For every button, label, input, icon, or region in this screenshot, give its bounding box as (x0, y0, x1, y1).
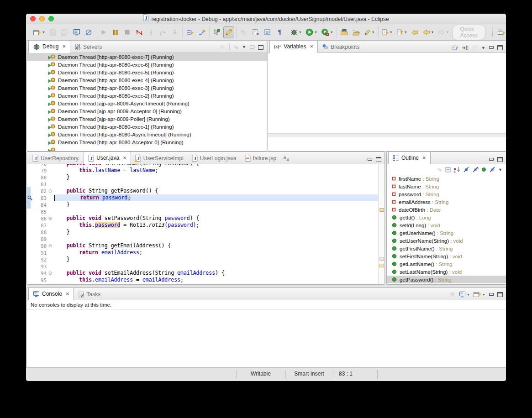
debug-thread-row[interactable]: Daemon Thread [http-apr-8080-exec-7] (Ru… (27, 53, 267, 61)
dropdown-arrow-icon[interactable]: ▼ (446, 31, 449, 34)
minimize-view-button[interactable] (489, 45, 494, 50)
mark-occurrences-button[interactable] (223, 26, 234, 38)
annotation-gutter[interactable] (27, 256, 33, 263)
editor-tab-userserviceimpl[interactable]: JUserServiceImpl (131, 152, 188, 164)
dropdown-arrow-icon[interactable]: ▼ (372, 31, 375, 34)
dropdown-arrow-icon[interactable]: ▼ (42, 31, 45, 34)
outline-item-emailaddress[interactable]: emailAddress : String (387, 198, 506, 206)
annotation-gutter[interactable] (27, 208, 33, 215)
minimize-window-button[interactable] (39, 16, 45, 21)
pin-console-button[interactable] (449, 292, 456, 298)
debug-thread-row[interactable]: Daemon Thread [http-apr-8080-Acceptor-0]… (27, 138, 267, 146)
fold-collapse-icon[interactable]: ⊖ (47, 215, 54, 222)
outline-item-password[interactable]: password : String (387, 190, 506, 198)
dropdown-arrow-icon[interactable]: ▼ (390, 31, 393, 34)
editor-tab-userlogin-java[interactable]: JUserLogin.java (188, 152, 241, 164)
annotation-gutter[interactable] (27, 249, 33, 256)
annotation-gutter[interactable] (27, 229, 33, 235)
editor-tab-failure-jsp[interactable]: failure.jsp (241, 152, 280, 164)
outline-item-getpassword[interactable]: getPassword() : String (387, 276, 506, 283)
debug-extra-button[interactable] (233, 45, 239, 50)
toggle-step-filters-button[interactable] (196, 26, 207, 38)
maximize-view-button[interactable] (497, 157, 503, 162)
annotation-gutter[interactable] (27, 215, 33, 222)
close-icon[interactable]: ✕ (422, 156, 426, 160)
outline-item-getusername[interactable]: getUserName() : String (387, 229, 506, 237)
annotation-gutter[interactable] (27, 167, 33, 174)
hide-fields-button[interactable] (463, 167, 469, 172)
disconnect-button[interactable] (134, 26, 145, 38)
status-bar-handle[interactable] (377, 371, 378, 378)
debug-thread-row[interactable] (27, 146, 267, 151)
debug-thread-row[interactable]: Daemon Thread [ajp-apr-8009-AsyncTimeout… (27, 99, 267, 107)
close-icon[interactable]: ✕ (62, 44, 66, 49)
outline-item-getid[interactable]: getId() : Long (387, 214, 506, 221)
overview-ruler[interactable] (378, 164, 385, 284)
debug-thread-row[interactable]: Daemon Thread [http-apr-8080-exec-1] (Ru… (27, 123, 267, 131)
close-icon[interactable]: ✕ (123, 156, 126, 160)
overview-marker[interactable] (379, 257, 384, 261)
debug-thread-row[interactable]: Daemon Thread [ajp-apr-8009-Poller] (Run… (27, 115, 267, 123)
debug-launch-button[interactable]: ▼ (289, 26, 303, 38)
debug-thread-row[interactable]: Daemon Thread [http-apr-8080-exec-2] (Ru… (27, 92, 267, 99)
editor-tab-userrepository-[interactable]: JUserRepository. (28, 152, 84, 164)
fold-collapse-icon[interactable]: ⊖ (47, 242, 54, 249)
tab-variables[interactable]: (x)= Variables ✕ (269, 40, 318, 53)
outline-item-setidlong[interactable]: setId(Long) : void (387, 221, 506, 229)
green-dot-button[interactable] (481, 167, 486, 172)
outline-item-setfirstnamestring[interactable]: setFirstName(String) : void (387, 252, 506, 260)
outline-item-getfirstname[interactable]: getFirstName() : String (387, 245, 506, 252)
coverage-launch-button[interactable]: ▼ (320, 26, 335, 38)
debug-thread-tree[interactable]: Daemon Thread [http-apr-8080-exec-7] (Ru… (27, 53, 267, 151)
outline-tree[interactable]: firstName : StringlastName : Stringpassw… (387, 175, 506, 284)
annotation-gutter[interactable] (27, 270, 33, 277)
run-launch-button[interactable]: ▼ (304, 26, 319, 38)
variables-detail-splitter[interactable] (268, 133, 506, 136)
variables-tree-area[interactable] (268, 53, 506, 151)
last-edit-location-button[interactable] (410, 26, 421, 38)
collapse-all-button[interactable] (445, 167, 451, 172)
outline-item-setusernamestring[interactable]: setUserName(String) : void (387, 237, 506, 245)
editor-tab-user-java[interactable]: JUser.java✕ (84, 152, 131, 164)
zoom-window-button[interactable] (48, 16, 54, 21)
editor-code-area[interactable]: 78 public void setLastName(String lastNa… (27, 164, 379, 284)
dropdown-arrow-icon[interactable]: ▼ (314, 31, 317, 34)
tab-debug[interactable]: Debug ✕ (28, 40, 70, 53)
back-button[interactable]: ▼ (421, 26, 436, 38)
overview-marker[interactable] (379, 264, 384, 267)
folder-open-button[interactable] (351, 26, 362, 38)
display-selected-console-button[interactable]: ▼ (459, 291, 470, 298)
skip-all-breakpoints-button[interactable] (83, 26, 94, 38)
tab-servers[interactable]: Servers (70, 41, 106, 52)
annotation-gutter[interactable] (27, 174, 33, 181)
annotation-gutter[interactable] (27, 263, 33, 270)
quick-access-button[interactable]: Quick Access (452, 25, 485, 40)
fold-collapse-icon[interactable]: ⊖ (47, 188, 54, 194)
open-console-button[interactable]: ▼ (473, 291, 485, 298)
tab-breakpoints[interactable]: Breakpoints (318, 41, 363, 52)
add-watch-button[interactable] (462, 45, 469, 51)
outline-item-firstname[interactable]: firstName : String (387, 175, 506, 183)
new-wizard-button[interactable]: ▼ (32, 26, 47, 38)
minimize-view-button[interactable] (367, 157, 373, 162)
debug-thread-row[interactable]: Daemon Thread [http-apr-8080-AsyncTimeou… (27, 131, 267, 138)
view-menu-button[interactable]: ▼ (498, 167, 502, 172)
view-menu-button[interactable]: ▼ (481, 46, 485, 50)
dropdown-arrow-icon[interactable]: ▼ (431, 31, 434, 34)
show-type-names-button[interactable] (452, 45, 458, 51)
previous-annotation-button[interactable]: ▼ (395, 26, 409, 38)
debug-pointer-button[interactable] (211, 26, 222, 38)
close-icon[interactable]: ✕ (310, 44, 313, 49)
more-tabs-chevron[interactable]: »4 (283, 154, 289, 162)
minimize-view-button[interactable] (489, 157, 494, 162)
outline-item-getlastname[interactable]: getLastName() : String (387, 260, 506, 268)
collapse-all-button[interactable] (472, 45, 478, 51)
debug-thread-row[interactable]: Daemon Thread [http-apr-8080-exec-4] (Ru… (27, 76, 267, 84)
open-console-button[interactable] (71, 26, 82, 38)
outline-item-dateofbirth[interactable]: dateOfBirth : Date (387, 206, 506, 214)
outline-item-lastname[interactable]: lastName : String (387, 183, 506, 190)
fold-collapse-icon[interactable]: ⊖ (47, 270, 54, 277)
open-perspective-button[interactable] (496, 26, 506, 38)
outline-item-setlastnamestring[interactable]: setLastName(String) : void (387, 268, 506, 276)
dropdown-arrow-icon[interactable]: ▼ (404, 31, 407, 34)
